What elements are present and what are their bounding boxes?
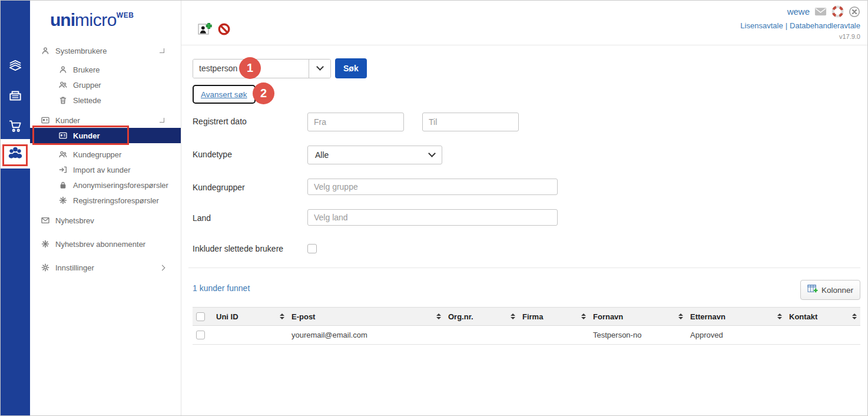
- legal-links: Lisensavtale|Databehandleravtale: [740, 21, 860, 30]
- include-deleted-checkbox[interactable]: [307, 244, 317, 253]
- header-orgnr: Org.nr.: [445, 308, 519, 326]
- close-icon[interactable]: [849, 6, 860, 18]
- sidebar-item-label: Nyhetsbrev: [55, 216, 94, 225]
- sidebar-item-label: Kunder: [73, 131, 100, 140]
- people-icon: [6, 144, 24, 164]
- header-kontakt: Kontakt: [786, 308, 860, 326]
- customer-groups-row: Kundegrupper: [193, 179, 860, 195]
- results-count: 1 kunder funnet: [193, 280, 250, 293]
- table-header-row: Uni ID E-post Org.nr.: [193, 308, 860, 326]
- sort-icon: [678, 313, 683, 319]
- sort-icon: [581, 313, 586, 319]
- add-user-button[interactable]: [198, 22, 213, 38]
- sidebar-item-kundegrupper[interactable]: Kundegrupper: [30, 147, 181, 162]
- sort-orgnr[interactable]: Org.nr.: [448, 312, 515, 321]
- sidebar-nav: Systembrukere Brukere Grupper Slett: [30, 43, 181, 275]
- sidebar-item-slettede[interactable]: Slettede: [30, 93, 181, 108]
- date-from-field[interactable]: [307, 113, 404, 131]
- sidebar-item-kunder-parent[interactable]: Kunder: [30, 113, 181, 128]
- sidebar-item-grupper[interactable]: Grupper: [30, 77, 181, 93]
- sidebar-item-import-av-kunder[interactable]: Import av kunder: [30, 162, 181, 177]
- select-all-checkbox[interactable]: [196, 312, 205, 321]
- search-input[interactable]: [193, 60, 309, 78]
- app-logo: unimicroWEB: [30, 1, 181, 30]
- registered-date-row: Registrert dato: [193, 113, 860, 131]
- sort-icon: [852, 313, 857, 319]
- idcard-icon: [58, 131, 68, 140]
- group-icon: [58, 80, 68, 90]
- header-label: Uni ID: [216, 312, 238, 321]
- header-label: Kontakt: [789, 312, 817, 321]
- search-dropdown-toggle[interactable]: [309, 60, 330, 78]
- customer-type-label: Kundetype: [193, 146, 307, 159]
- header-label: Org.nr.: [448, 312, 473, 321]
- sidebar-item-label: Registreringsforespørsler: [73, 196, 159, 205]
- sort-fornavn[interactable]: Fornavn: [593, 312, 683, 321]
- sort-kontakt[interactable]: Kontakt: [789, 312, 857, 321]
- lock-icon: [58, 180, 68, 190]
- customer-groups-field[interactable]: [307, 179, 558, 195]
- cell-uni-id: [213, 326, 288, 345]
- sidebar-item-label: Slettede: [73, 96, 101, 105]
- expanded-corner-icon: [160, 48, 164, 53]
- rail-item-shop[interactable]: [1, 114, 30, 140]
- rail-item-customers[interactable]: [1, 139, 30, 169]
- sort-icon: [436, 313, 441, 319]
- customer-type-row: Kundetype Alle: [193, 146, 860, 164]
- columns-button-label: Kolonner: [821, 286, 853, 295]
- columns-icon: [807, 284, 818, 296]
- cart-icon: [8, 118, 23, 136]
- customer-type-select[interactable]: Alle: [307, 146, 442, 164]
- main-header: wewe Lise: [181, 1, 867, 45]
- add-user-icon: [198, 22, 213, 38]
- date-to-field[interactable]: [422, 113, 519, 131]
- row-checkbox[interactable]: [196, 331, 205, 339]
- header-label: Fornavn: [593, 312, 623, 321]
- sidebar-item-anonymiseringsforesporsler[interactable]: Anonymiseringsforespørsler: [30, 177, 181, 193]
- advanced-search-link[interactable]: Avansert søk: [201, 90, 247, 99]
- sort-etternavn[interactable]: Etternavn: [690, 312, 782, 321]
- sidebar-item-label: Innstillinger: [55, 263, 94, 272]
- user-icon: [58, 65, 68, 74]
- logo-light: micro: [75, 10, 117, 29]
- rail-item-documents[interactable]: [1, 54, 30, 80]
- username-link[interactable]: wewe: [787, 6, 810, 16]
- envelope-icon[interactable]: [814, 6, 827, 16]
- sort-firma[interactable]: Firma: [522, 312, 586, 321]
- columns-button[interactable]: Kolonner: [800, 280, 860, 300]
- sidebar-item-systembrukere[interactable]: Systembrukere: [30, 43, 181, 58]
- sidebar-item-brukere[interactable]: Brukere: [30, 62, 181, 77]
- sort-epost[interactable]: E-post: [291, 312, 441, 321]
- header-label: E-post: [291, 312, 315, 321]
- table-row[interactable]: youremail@email.com Testperson-no Approv…: [193, 326, 860, 345]
- sidebar-item-nyhetsbrev[interactable]: Nyhetsbrev: [30, 213, 181, 228]
- sidebar-item-kunder-active[interactable]: Kunder: [30, 128, 181, 143]
- sidebar-item-registreringsforesporsler[interactable]: Registreringsforespørsler: [30, 193, 181, 208]
- annotation-advanced-search-outline: Avansert søk: [193, 85, 256, 104]
- block-icon: [217, 22, 231, 38]
- sidebar-item-label: Kunder: [55, 116, 80, 125]
- block-button[interactable]: [217, 22, 231, 38]
- license-agreement-link[interactable]: Lisensavtale: [740, 21, 783, 30]
- logo-sup: WEB: [117, 11, 134, 19]
- country-field[interactable]: [307, 209, 558, 226]
- header-etternavn: Etternavn: [687, 308, 786, 326]
- country-label: Land: [193, 209, 307, 223]
- sort-uni-id[interactable]: Uni ID: [216, 312, 284, 321]
- header-uni-id: Uni ID: [213, 308, 288, 326]
- cell-firma: [519, 326, 589, 345]
- sidebar-item-label: Brukere: [73, 65, 100, 74]
- sidebar-item-innstillinger[interactable]: Innstillinger: [30, 260, 181, 275]
- rail-item-archive[interactable]: [1, 84, 30, 110]
- data-processing-agreement-link[interactable]: Databehandleravtale: [790, 21, 860, 30]
- include-deleted-label: Inkluder slettede brukere: [193, 240, 307, 253]
- cell-fornavn: Testperson-no: [589, 326, 687, 345]
- sidebar-item-nyhetsbrev-abonnementer[interactable]: Nyhetsbrev abonnementer: [30, 236, 181, 252]
- cell-etternavn: Approved: [687, 326, 786, 345]
- sidebar-item-label: Grupper: [73, 81, 101, 90]
- search-button[interactable]: Søk: [335, 58, 367, 78]
- registered-date-label: Registrert dato: [193, 113, 307, 126]
- results-bar: 1 kunder funnet Kolonner: [193, 280, 860, 300]
- life-ring-icon[interactable]: [831, 5, 844, 18]
- settings-icon: [41, 263, 50, 272]
